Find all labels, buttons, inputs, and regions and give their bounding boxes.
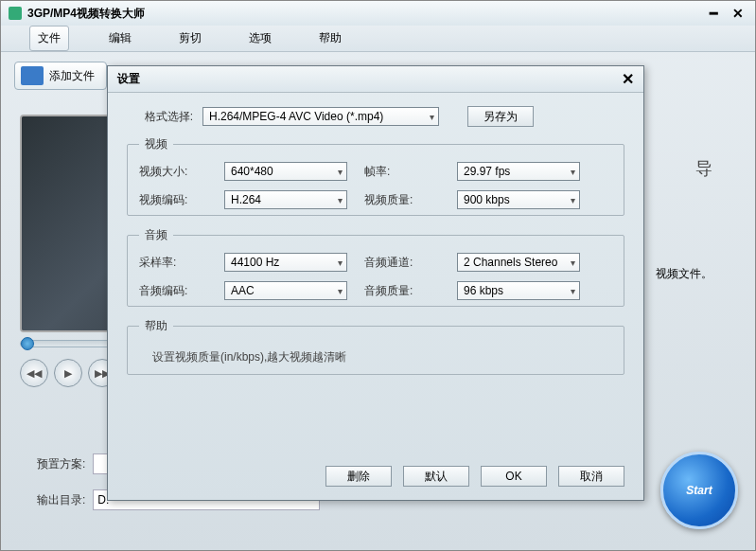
no-file-text: 视频文件。 [656,266,712,282]
sample-select[interactable]: 44100 Hz [224,253,347,272]
cancel-button[interactable]: 取消 [558,466,624,487]
menu-help[interactable]: 帮助 [311,27,349,50]
audio-enc-select[interactable]: AAC [224,281,347,300]
menu-options[interactable]: 选项 [241,27,279,50]
video-enc-label: 视频编码: [139,192,207,208]
start-button[interactable]: Start [660,452,738,529]
add-file-button[interactable]: 添加文件 [14,62,107,90]
ok-button[interactable]: OK [481,466,547,487]
channel-select[interactable]: 2 Channels Stereo [457,253,580,272]
window-title: 3GP/MP4视频转换大师 [27,6,698,22]
main-window: 3GP/MP4视频转换大师 ━ ✕ 文件 编辑 剪切 选项 帮助 添加文件 ◀◀… [0,0,756,551]
app-icon [9,7,22,20]
minimize-button[interactable]: ━ [704,5,723,22]
dialog-title: 设置 [117,71,622,87]
dialog-close-button[interactable]: ✕ [622,70,634,88]
help-legend: 帮助 [139,318,173,334]
video-quality-select[interactable]: 900 kbps [457,190,580,209]
help-fieldset: 帮助 设置视频质量(in/kbps),越大视频越清晰 [127,318,624,375]
output-label: 输出目录: [37,492,85,508]
fps-label: 帧率: [364,164,440,180]
channel-label: 音频通道: [364,255,440,271]
video-quality-label: 视频质量: [364,192,440,208]
dialog-body: 格式选择: H.264/MPEG-4 AVC Video (*.mp4) 另存为… [108,93,643,400]
fps-select[interactable]: 29.97 fps [457,162,580,181]
add-file-label: 添加文件 [49,68,95,84]
audio-quality-select[interactable]: 96 kbps [457,281,580,300]
save-as-button[interactable]: 另存为 [467,106,534,127]
default-button[interactable]: 默认 [403,466,469,487]
audio-enc-label: 音频编码: [139,283,207,299]
dialog-titlebar: 设置 ✕ [108,66,643,93]
menu-cut[interactable]: 剪切 [171,27,209,50]
video-size-label: 视频大小: [139,164,207,180]
settings-dialog: 设置 ✕ 格式选择: H.264/MPEG-4 AVC Video (*.mp4… [107,65,644,501]
play-button[interactable]: ▶ [54,359,82,387]
video-enc-select[interactable]: H.264 [224,190,347,209]
audio-fieldset: 音频 采样率: 44100 Hz 音频通道: 2 Channels Stereo… [127,227,624,307]
audio-quality-label: 音频质量: [364,283,440,299]
playback-controls: ◀◀ ▶ ▶▶ [20,359,116,387]
start-label: Start [686,484,712,497]
help-text: 设置视频质量(in/kbps),越大视频越清晰 [139,344,612,371]
add-file-icon [21,66,44,85]
audio-legend: 音频 [139,227,173,243]
menu-edit[interactable]: 编辑 [101,27,139,50]
menu-file[interactable]: 文件 [29,26,69,51]
delete-button[interactable]: 删除 [325,466,392,487]
prev-button[interactable]: ◀◀ [20,359,48,387]
format-select[interactable]: H.264/MPEG-4 AVC Video (*.mp4) [202,107,439,126]
titlebar: 3GP/MP4视频转换大师 ━ ✕ [1,1,755,26]
video-size-select[interactable]: 640*480 [224,162,347,181]
guide-heading-fragment: 导 [695,157,712,180]
progress-knob[interactable] [21,337,34,350]
sample-label: 采样率: [139,255,207,271]
dialog-buttons: 删除 默认 OK 取消 [325,466,624,487]
close-button[interactable]: ✕ [729,5,747,22]
menubar: 文件 编辑 剪切 选项 帮助 [1,26,755,52]
format-value: H.264/MPEG-4 AVC Video (*.mp4) [209,110,383,123]
format-label: 格式选择: [127,109,193,125]
video-fieldset: 视频 视频大小: 640*480 帧率: 29.97 fps 视频编码: H.2… [127,136,624,216]
preset-label: 预置方案: [37,456,85,472]
video-legend: 视频 [139,136,173,152]
